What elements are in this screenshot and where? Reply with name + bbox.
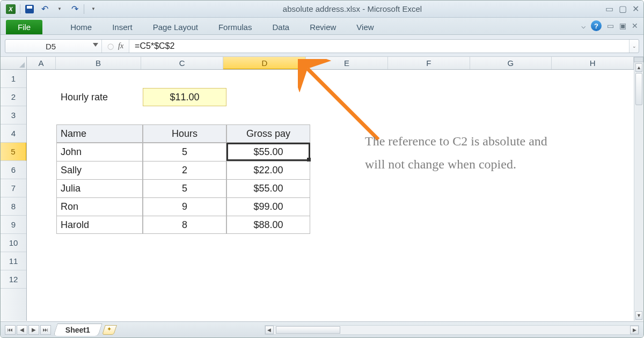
annotation-text: The reference to C2 is absolute and will… <box>365 130 547 176</box>
cell-b2[interactable]: Hourly rate <box>56 88 143 106</box>
sheet-prev-icon[interactable]: ◀ <box>17 325 27 335</box>
titlebar: ↶ ▼ ↷ ▼ absolute address.xlsx - Microsof… <box>1 1 643 18</box>
sheet-tab-sheet1[interactable]: Sheet1 <box>53 324 102 336</box>
sheet-next-icon[interactable]: ▶ <box>28 325 39 335</box>
row-header-3[interactable]: 3 <box>1 106 26 124</box>
cell-b6[interactable]: Sally <box>56 161 143 179</box>
quick-access-toolbar: ↶ ▼ ↷ ▼ <box>5 3 99 15</box>
ribbon-minimize-icon[interactable]: ⌵ <box>581 21 586 30</box>
vscroll-thumb[interactable] <box>635 73 642 105</box>
col-header-g[interactable]: G <box>470 57 552 69</box>
excel-logo-icon[interactable] <box>5 3 17 15</box>
horizontal-scrollbar[interactable]: ◀ ▶ <box>265 325 639 335</box>
scroll-up-icon[interactable]: ▲ <box>635 63 642 72</box>
cell-c6[interactable]: 2 <box>143 161 226 179</box>
cell-d9[interactable]: $88.00 <box>226 216 310 234</box>
vertical-split-handle[interactable] <box>634 57 643 62</box>
scroll-left-icon[interactable]: ◀ <box>265 326 274 334</box>
col-header-b[interactable]: B <box>56 57 141 69</box>
close-icon[interactable]: ✕ <box>632 4 639 14</box>
row-header-7[interactable]: 7 <box>1 179 26 197</box>
spreadsheet-grid[interactable]: A B C D E F G H 1 2 3 4 5 6 7 8 9 10 11 … <box>1 57 643 321</box>
help-icon[interactable]: ? <box>591 20 602 31</box>
row-header-12[interactable]: 12 <box>1 270 26 289</box>
cell-b4[interactable]: Name <box>56 124 143 143</box>
cell-c4[interactable]: Hours <box>143 124 226 143</box>
select-all-button[interactable] <box>1 57 27 70</box>
tab-page-layout[interactable]: Page Layout <box>150 20 201 34</box>
col-header-d[interactable]: D <box>223 57 306 69</box>
window-controls: ▭ ▢ ✕ <box>605 4 639 14</box>
scroll-down-icon[interactable]: ▼ <box>635 311 642 320</box>
doc-restore-icon[interactable]: ▣ <box>619 21 626 30</box>
formula-bar: D5 ◯ fx =C5*$C$2 ⌄ <box>5 39 639 53</box>
tab-insert[interactable]: Insert <box>109 20 136 34</box>
ribbon-tabs: File Home Insert Page Layout Formulas Da… <box>1 18 643 35</box>
row-header-2[interactable]: 2 <box>1 88 26 106</box>
col-header-h[interactable]: H <box>552 57 634 69</box>
maximize-icon[interactable]: ▢ <box>619 4 627 14</box>
col-header-a[interactable]: A <box>27 57 56 69</box>
cell-b9[interactable]: Harold <box>56 216 143 234</box>
undo-icon[interactable]: ↶ <box>39 3 50 15</box>
minimize-icon[interactable]: ▭ <box>605 4 613 14</box>
save-icon[interactable] <box>24 3 35 15</box>
hscroll-thumb[interactable] <box>276 326 340 334</box>
cell-b5[interactable]: John <box>56 143 143 161</box>
cell-c9[interactable]: 8 <box>143 216 226 234</box>
redo-icon[interactable]: ↷ <box>69 3 80 15</box>
excel-window: ↶ ▼ ↷ ▼ absolute address.xlsx - Microsof… <box>0 0 644 338</box>
tab-formulas[interactable]: Formulas <box>215 20 255 34</box>
col-header-c[interactable]: C <box>141 57 224 69</box>
row-header-6[interactable]: 6 <box>1 161 26 179</box>
cell-d8[interactable]: $99.00 <box>226 197 310 216</box>
cell-area[interactable]: Hourly rate $11.00 Name Hours Gross pay … <box>27 70 634 321</box>
vertical-scrollbar[interactable]: ▲ ▼ <box>634 57 643 321</box>
formula-bar-area: D5 ◯ fx =C5*$C$2 ⌄ <box>1 35 643 57</box>
file-tab[interactable]: File <box>6 20 42 34</box>
row-header-5[interactable]: 5 <box>1 143 26 161</box>
cell-d6[interactable]: $22.00 <box>226 161 310 179</box>
qat-customize-icon[interactable]: ▼ <box>87 3 99 15</box>
cell-c8[interactable]: 9 <box>143 197 226 216</box>
tab-data[interactable]: Data <box>269 20 292 34</box>
row-header-8[interactable]: 8 <box>1 197 26 216</box>
row-header-10[interactable]: 10 <box>1 234 26 252</box>
tab-home[interactable]: Home <box>67 20 95 34</box>
fx-button-area: ◯ fx <box>102 40 129 53</box>
cell-b7[interactable]: Julia <box>56 179 143 197</box>
new-sheet-icon[interactable] <box>102 325 117 335</box>
tab-review[interactable]: Review <box>306 20 339 34</box>
formula-expand-icon[interactable]: ⌄ <box>629 40 639 53</box>
col-header-f[interactable]: F <box>388 57 470 69</box>
tab-view[interactable]: View <box>353 20 377 34</box>
name-box[interactable]: D5 <box>5 40 102 53</box>
cell-d4[interactable]: Gross pay <box>226 124 310 143</box>
fx-icon[interactable]: fx <box>118 42 123 50</box>
cell-c2[interactable]: $11.00 <box>143 88 226 106</box>
cell-c5[interactable]: 5 <box>143 143 226 161</box>
row-header-9[interactable]: 9 <box>1 216 26 234</box>
row-header-11[interactable]: 11 <box>1 252 26 270</box>
undo-dropdown-icon[interactable]: ▼ <box>54 3 65 15</box>
chevron-down-icon[interactable] <box>93 43 98 47</box>
row-header-4[interactable]: 4 <box>1 124 26 143</box>
col-header-e[interactable]: E <box>306 57 388 69</box>
selected-cell-d5[interactable]: $55.00 <box>226 143 310 161</box>
svg-line-0 <box>308 69 378 139</box>
cell-c7[interactable]: 5 <box>143 179 226 197</box>
cell-b8[interactable]: Ron <box>56 197 143 216</box>
sheet-last-icon[interactable]: ⏭ <box>40 325 51 335</box>
doc-minimize-icon[interactable]: ▭ <box>607 21 614 30</box>
cell-d5[interactable]: $55.00 <box>228 144 309 159</box>
row-header-1[interactable]: 1 <box>1 70 26 88</box>
scroll-right-icon[interactable]: ▶ <box>630 326 639 334</box>
window-title: absolute address.xlsx - Microsoft Excel <box>99 4 605 13</box>
column-headers: A B C D E F G H <box>27 57 634 70</box>
sheet-first-icon[interactable]: ⏮ <box>5 325 16 335</box>
cell-d7[interactable]: $55.00 <box>226 179 310 197</box>
formula-input[interactable]: =C5*$C$2 <box>129 40 629 53</box>
sheet-nav-buttons: ⏮ ◀ ▶ ⏭ <box>5 325 51 335</box>
doc-close-icon[interactable]: ✕ <box>632 21 638 30</box>
sheet-tab-bar: ⏮ ◀ ▶ ⏭ Sheet1 ◀ ▶ <box>1 321 643 337</box>
